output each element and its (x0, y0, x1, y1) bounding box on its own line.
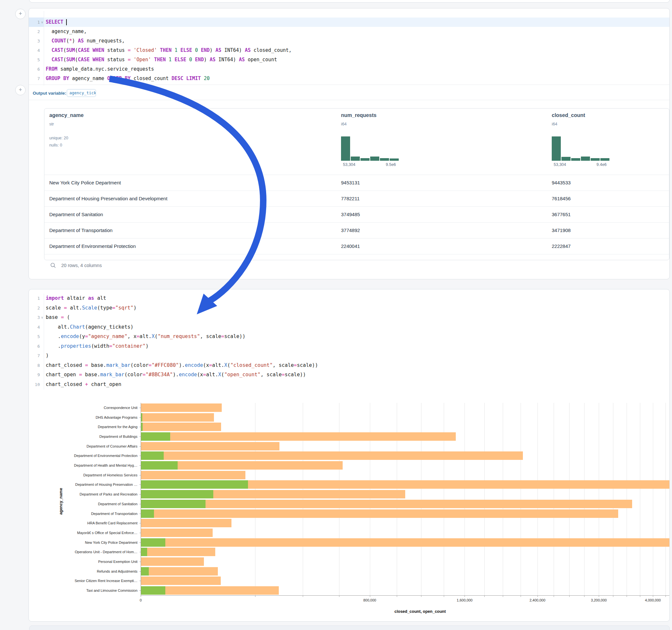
y-tick-label: New York City Police Department (85, 540, 138, 544)
column-stat: nulls: 0 (49, 143, 62, 147)
histogram-bar (390, 159, 399, 161)
code-token: 'Open' (134, 57, 151, 63)
column-type: str (49, 122, 54, 126)
output-variable-pill[interactable]: agency_tickets (67, 89, 96, 97)
chart-bar-open_count (141, 490, 213, 499)
chart-bar-open_count (141, 538, 165, 547)
code-line[interactable]: 3 COUNT(*) AS num_requests, (29, 36, 669, 46)
table-search-icon[interactable] (50, 263, 56, 268)
histogram-bar (380, 158, 389, 161)
code-text: CAST(SUM(CASE WHEN status = 'Open' THEN … (46, 55, 277, 65)
code-token: ELSE (180, 47, 192, 53)
code-text: CAST(SUM(CASE WHEN status = 'Closed' THE… (46, 46, 292, 55)
table-cell: 2222847 (552, 238, 571, 254)
table-cell: 3471908 (552, 222, 571, 238)
gridline (397, 403, 397, 595)
code-token: closed_count, (250, 47, 291, 53)
code-text: FROM sample_data.nyc.service_requests (46, 65, 154, 74)
gridline (255, 403, 256, 595)
code-token: status (104, 57, 128, 63)
gridline (613, 403, 613, 595)
column-header[interactable]: num_requests (341, 113, 376, 118)
chart-bar-closed_count (141, 471, 245, 479)
code-token: ELSE (174, 57, 186, 63)
gridline (484, 403, 485, 595)
code-token: agency_name (69, 75, 107, 81)
code-token (130, 57, 134, 63)
chart-bar-closed_count (141, 519, 232, 527)
x-tick-label: 800,000 (363, 598, 376, 602)
y-tick-label: Department for the Aging (98, 425, 138, 429)
table-cell: 9443533 (552, 175, 571, 191)
y-tick-label: Department of Homeless Services (83, 473, 138, 477)
fold-chevron-icon[interactable]: ∨ (41, 18, 43, 27)
y-tick-label: Department of Transportation (91, 512, 138, 516)
y-tick-label: Personal Exemption Unit (98, 560, 138, 563)
table-row-count: 20 rows, 4 columns (61, 263, 102, 268)
gridline (627, 403, 627, 595)
line-number: 6 (29, 65, 40, 74)
code-token: AS (245, 47, 250, 53)
y-tick-label: Department of Buildings (99, 435, 138, 438)
table-cell: 7782211 (341, 191, 360, 207)
chart-bar-open_count (141, 413, 142, 421)
y-tick-label: Mayorâ€ s Office of Special Enforce… (77, 531, 138, 535)
column-histogram (552, 137, 609, 161)
x-tick-label: 0 (140, 598, 142, 602)
code-token: ) (204, 57, 210, 63)
histogram-max-label: 9.4e6 (597, 162, 606, 167)
code-line[interactable]: 7GROUP BY agency_name ORDER BY closed_co… (29, 74, 669, 83)
column-header[interactable]: closed_count (552, 113, 585, 118)
chart-bar-closed_count (141, 577, 221, 585)
gridline (554, 403, 554, 595)
line-number: 1 (29, 18, 40, 27)
code-line[interactable]: 2 agency_name, (29, 27, 669, 36)
sql-editor[interactable]: 1∨SELECT 2 agency_name,3 COUNT(*) AS num… (29, 18, 669, 86)
table-cell: 2240041 (341, 238, 360, 254)
line-number: 4 (29, 46, 40, 55)
chart-bar-open_count (141, 548, 147, 556)
chart-bar-closed_count (141, 442, 280, 451)
code-token (90, 57, 92, 63)
code-token (157, 47, 160, 53)
code-token: agency_name, (46, 28, 87, 34)
code-token: GROUP BY (46, 75, 69, 81)
y-tick-label: HRA Benefit Card Replacement (87, 521, 138, 525)
code-token: = (128, 47, 130, 53)
chart-bar-closed_count (141, 452, 523, 460)
chart-bar-open_count (141, 567, 149, 576)
row-divider (44, 254, 669, 255)
y-tick-label: Operations Unit - Department of Hom… (75, 550, 138, 554)
column-header[interactable]: agency_name (49, 113, 83, 118)
y-tick-label: Taxi and Limousine Commission (86, 588, 138, 592)
code-token: COUNT (51, 38, 66, 44)
y-tick-label: Department of Consumer Affairs (87, 444, 138, 448)
code-text: GROUP BY agency_name ORDER BY closed_cou… (46, 74, 210, 83)
chart-bar-closed_count (141, 509, 618, 518)
histogram-bar (581, 156, 590, 161)
code-line[interactable]: 1∨SELECT (29, 18, 669, 27)
code-line[interactable]: 5 CAST(SUM(CASE WHEN status = 'Open' THE… (29, 55, 669, 65)
code-token: CAST (51, 57, 63, 63)
histogram-bar (341, 137, 350, 161)
code-token: num_requests, (83, 38, 124, 44)
chart-bar-closed_count (141, 548, 215, 556)
code-token: 1 (169, 57, 171, 63)
table-cell: Department of Environmental Protection (49, 238, 136, 254)
code-token (46, 38, 51, 44)
line-number: 3 (29, 36, 40, 46)
code-line[interactable]: 4 CAST(SUM(CASE WHEN status = 'Closed' T… (29, 46, 669, 55)
y-tick-label: Department of Housing Preservation … (75, 483, 138, 486)
code-token (186, 57, 189, 63)
table-cell: 9453131 (341, 175, 360, 191)
code-token: open_count (245, 57, 277, 63)
code-token: ( (75, 47, 78, 53)
code-token: 0 (189, 57, 192, 63)
gridline (503, 403, 503, 595)
add-cell-button-top[interactable]: + (15, 9, 26, 19)
y-tick-label: Refunds and Adjustments (97, 570, 138, 573)
sql-gutter-divider (44, 11, 44, 86)
add-cell-button-middle[interactable]: + (15, 85, 26, 95)
code-line[interactable]: 6FROM sample_data.nyc.service_requests (29, 65, 669, 74)
code-token: END (201, 47, 210, 53)
